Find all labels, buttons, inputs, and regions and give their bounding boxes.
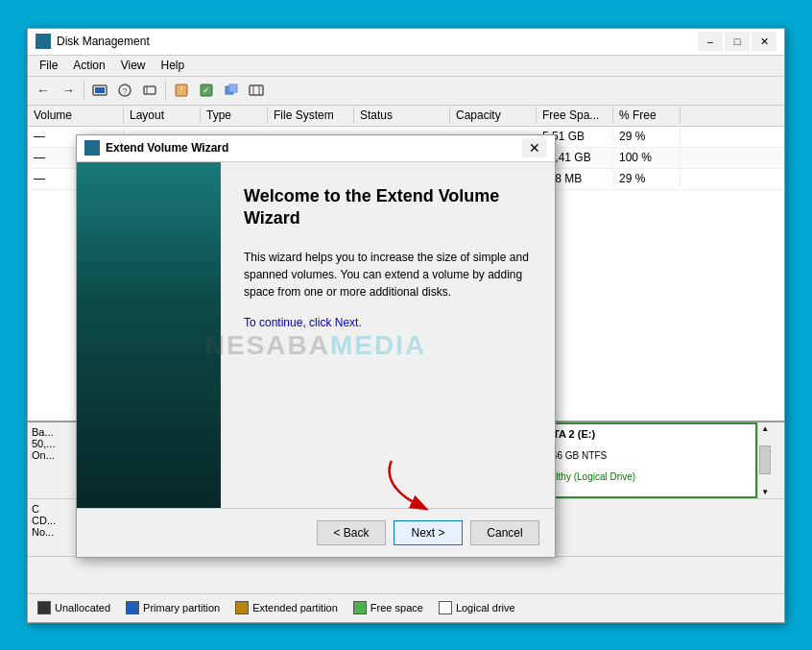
dialog-title-bar: Extend Volume Wizard ✕ (77, 135, 555, 162)
dialog-footer: < Back Next > Cancel (77, 508, 555, 557)
toolbar: ← → ? ! ✓ (28, 77, 784, 106)
main-window: Disk Management – □ ✕ File Action View H… (27, 28, 785, 623)
menu-view[interactable]: View (113, 57, 154, 74)
toolbar-sep1 (84, 81, 84, 100)
dialog-left-panel (77, 162, 221, 508)
svg-text:?: ? (122, 86, 127, 96)
toolbar-btn3[interactable] (138, 79, 161, 102)
toolbar-back[interactable]: ← (32, 79, 55, 102)
dialog-description: This wizard helps you to increase the si… (244, 249, 532, 301)
content-area: Volume Layout Type File System Status Ca… (28, 106, 784, 622)
menu-action[interactable]: Action (65, 57, 112, 74)
svg-rect-1 (40, 39, 46, 42)
dialog-heading: Welcome to the Extend VolumeWizard (244, 185, 532, 230)
back-button[interactable]: < Back (317, 520, 386, 545)
svg-rect-13 (229, 84, 237, 92)
toolbar-btn6[interactable] (220, 79, 243, 102)
watermark-media: MEDIA (330, 330, 426, 360)
maximize-button[interactable]: □ (725, 32, 750, 51)
toolbar-forward[interactable]: → (57, 79, 80, 102)
toolbar-btn7[interactable] (245, 79, 268, 102)
watermark-nesaba: NESABA (205, 330, 330, 360)
dialog-icon (84, 140, 100, 156)
dialog-title: Extend Volume Wizard (106, 141, 522, 155)
window-title: Disk Management (57, 35, 698, 48)
toolbar-sep2 (165, 81, 166, 100)
menu-bar: File Action View Help (28, 56, 784, 77)
menu-help[interactable]: Help (154, 57, 193, 74)
app-icon (36, 34, 51, 49)
dialog-close-button[interactable]: ✕ (522, 138, 547, 157)
svg-rect-18 (87, 145, 97, 151)
svg-text:✓: ✓ (203, 85, 210, 95)
svg-rect-6 (144, 86, 155, 94)
next-button[interactable]: Next > (394, 520, 463, 545)
toolbar-btn4[interactable]: ! (170, 79, 193, 102)
svg-rect-14 (250, 85, 263, 95)
extend-volume-dialog: Extend Volume Wizard ✕ Welcome to the Ex… (76, 134, 556, 558)
title-bar: Disk Management – □ ✕ (28, 29, 784, 56)
cancel-button[interactable]: Cancel (470, 520, 539, 545)
svg-text:!: ! (180, 84, 183, 95)
dialog-continue-text: To continue, click Next. (244, 316, 532, 329)
toolbar-btn1[interactable] (88, 79, 111, 102)
dialog-body: Welcome to the Extend VolumeWizard This … (77, 162, 555, 508)
menu-file[interactable]: File (32, 57, 65, 74)
toolbar-btn5[interactable]: ✓ (195, 79, 218, 102)
watermark: NESABAMEDIA (205, 330, 426, 361)
svg-rect-3 (95, 87, 105, 93)
minimize-button[interactable]: – (698, 32, 723, 51)
toolbar-btn2[interactable]: ? (113, 79, 136, 102)
dialog-content: Welcome to the Extend VolumeWizard This … (221, 162, 555, 508)
window-controls: – □ ✕ (698, 32, 776, 51)
dialog-overlay: Extend Volume Wizard ✕ Welcome to the Ex… (28, 106, 784, 622)
close-button[interactable]: ✕ (752, 32, 776, 51)
